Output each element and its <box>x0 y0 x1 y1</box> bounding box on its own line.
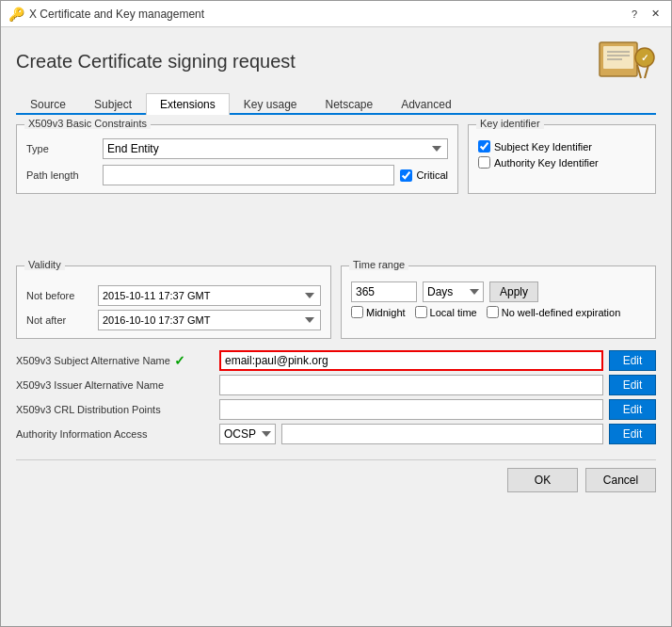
cancel-button[interactable]: Cancel <box>585 468 656 492</box>
no-expiration-item: No well-defined expiration <box>487 306 621 318</box>
time-range-group: Time range Days Months Years Apply <box>341 265 656 339</box>
tab-bar: Source Subject Extensions Key usage Nets… <box>16 93 656 115</box>
svg-text:✓: ✓ <box>641 53 648 63</box>
midnight-label: Midnight <box>366 307 406 318</box>
san-label: X509v3 Subject Alternative Name <box>16 355 170 366</box>
path-length-row: Path length Critical <box>26 165 448 185</box>
not-before-row: Not before 2015-10-11 17:37 GMT <box>26 285 321 306</box>
aia-type-select[interactable]: OCSP CA Issuers <box>219 424 276 444</box>
tab-key-usage[interactable]: Key usage <box>230 93 312 115</box>
local-time-checkbox[interactable] <box>415 306 427 318</box>
titlebar: 🔑 X Certificate and Key management ? ✕ <box>1 1 671 27</box>
tab-netscape[interactable]: Netscape <box>311 93 387 115</box>
san-label-container: X509v3 Subject Alternative Name ✓ <box>16 353 214 368</box>
subject-key-label: Subject Key Identifier <box>494 141 592 153</box>
midnight-checkbox[interactable] <box>351 306 363 318</box>
local-time-item: Local time <box>415 306 477 318</box>
subject-key-checkbox[interactable] <box>478 140 490 153</box>
ok-button[interactable]: OK <box>507 468 578 492</box>
help-button[interactable]: ? <box>626 6 643 23</box>
authority-key-label: Authority Key Identifier <box>494 157 599 169</box>
path-length-label: Path length <box>26 169 97 181</box>
san-check-icon: ✓ <box>174 353 185 368</box>
aia-input[interactable] <box>281 424 603 444</box>
san-input[interactable] <box>219 350 603 371</box>
critical-checkbox[interactable] <box>400 169 412 182</box>
basic-constraints-title: X509v3 Basic Constraints <box>24 118 151 129</box>
validity-title: Validity <box>24 259 65 270</box>
footer: OK Cancel <box>16 459 656 496</box>
issuer-alt-input[interactable] <box>219 375 603 395</box>
key-identifier-title: Key identifier <box>476 118 544 129</box>
crl-label: X509v3 CRL Distribution Points <box>16 404 214 415</box>
path-length-input[interactable] <box>103 165 394 185</box>
aia-edit-button[interactable]: Edit <box>609 424 656 444</box>
time-range-title: Time range <box>349 259 408 270</box>
aia-label: Authority Information Access <box>16 428 214 440</box>
page-title: Create Certificate signing request <box>16 51 296 72</box>
crl-row: X509v3 CRL Distribution Points Edit <box>16 399 656 420</box>
timerange-inner: Days Months Years Apply Midnight <box>351 274 646 318</box>
tr-bottom-row: Midnight Local time No well-defined expi… <box>351 306 646 318</box>
validity-row: Validity Not before 2015-10-11 17:37 GMT… <box>16 265 656 339</box>
san-edit-button[interactable]: Edit <box>609 350 656 371</box>
crl-edit-button[interactable]: Edit <box>609 399 656 420</box>
tab-extensions[interactable]: Extensions <box>146 93 230 115</box>
not-before-select[interactable]: 2015-10-11 17:37 GMT <box>98 285 321 306</box>
middle-spacer <box>16 201 656 258</box>
local-time-label: Local time <box>430 307 477 318</box>
validity-inner: Not before 2015-10-11 17:37 GMT Not afte… <box>26 274 321 330</box>
svg-rect-1 <box>603 46 633 69</box>
titlebar-controls: ? ✕ <box>626 6 664 23</box>
subject-key-row: Subject Key Identifier <box>478 140 646 153</box>
tr-top-row: Days Months Years Apply <box>351 281 646 302</box>
time-unit-select[interactable]: Days Months Years <box>423 281 484 302</box>
validity-group: Validity Not before 2015-10-11 17:37 GMT… <box>16 265 331 339</box>
top-row: X509v3 Basic Constraints Type End Entity… <box>16 124 656 194</box>
key-identifier-group: Key identifier Subject Key Identifier Au… <box>468 124 656 194</box>
critical-row: Critical <box>400 169 448 182</box>
aia-row: Authority Information Access OCSP CA Iss… <box>16 424 656 444</box>
type-row: Type End Entity CA <box>26 138 448 159</box>
type-label: Type <box>26 143 97 154</box>
bottom-fields: X509v3 Subject Alternative Name ✓ Edit X… <box>16 350 656 444</box>
issuer-alt-row: X509v3 Issuer Alternative Name Edit <box>16 375 656 395</box>
issuer-alt-edit-button[interactable]: Edit <box>609 375 656 395</box>
authority-key-checkbox[interactable] <box>478 156 490 169</box>
window-title: X Certificate and Key management <box>29 8 626 21</box>
critical-label: Critical <box>416 169 448 181</box>
content-area: Create Certificate signing request ✓ Sou… <box>1 27 671 626</box>
type-select[interactable]: End Entity CA <box>103 138 448 159</box>
main-area: X509v3 Basic Constraints Type End Entity… <box>16 124 656 615</box>
no-expiration-checkbox[interactable] <box>487 306 499 318</box>
cert-logo: ✓ <box>596 39 656 84</box>
crl-input[interactable] <box>219 399 603 420</box>
not-after-label: Not after <box>26 314 92 326</box>
page-title-row: Create Certificate signing request ✓ <box>16 39 656 84</box>
tab-source[interactable]: Source <box>16 93 80 115</box>
not-after-row: Not after 2016-10-10 17:37 GMT <box>26 310 321 330</box>
tab-advanced[interactable]: Advanced <box>387 93 465 115</box>
main-window: 🔑 X Certificate and Key management ? ✕ C… <box>0 0 672 627</box>
no-expiration-label: No well-defined expiration <box>502 307 621 318</box>
san-row: X509v3 Subject Alternative Name ✓ Edit <box>16 350 656 371</box>
close-button[interactable]: ✕ <box>647 6 664 23</box>
issuer-alt-label: X509v3 Issuer Alternative Name <box>16 379 214 391</box>
apply-button[interactable]: Apply <box>489 281 538 302</box>
basic-constraints-group: X509v3 Basic Constraints Type End Entity… <box>16 124 458 194</box>
midnight-item: Midnight <box>351 306 406 318</box>
authority-key-row: Authority Key Identifier <box>478 156 646 169</box>
tab-subject[interactable]: Subject <box>80 93 146 115</box>
app-icon: 🔑 <box>8 7 24 22</box>
not-before-label: Not before <box>26 290 92 301</box>
time-range-input[interactable] <box>351 281 417 302</box>
not-after-select[interactable]: 2016-10-10 17:37 GMT <box>98 310 321 330</box>
